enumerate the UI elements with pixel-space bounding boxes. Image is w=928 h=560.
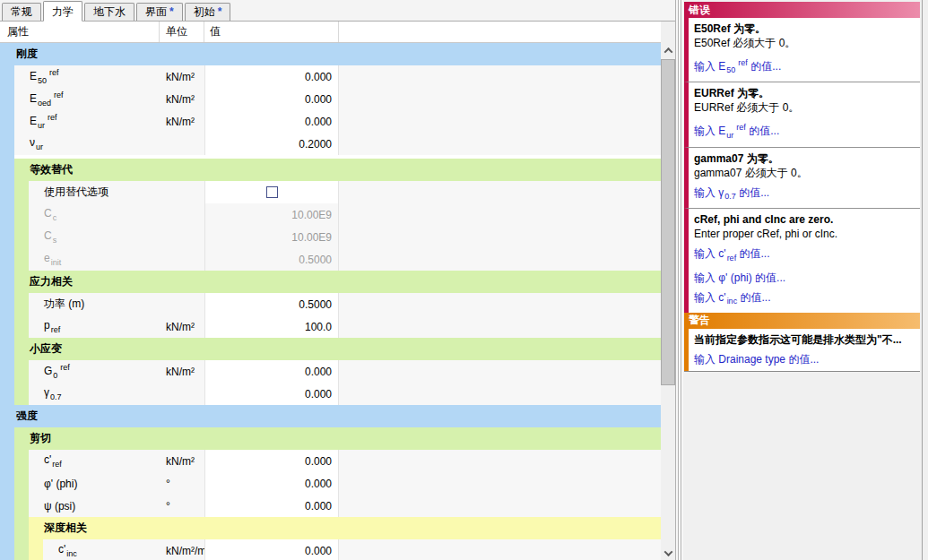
cinc-unit: kN/m²/m <box>160 539 204 560</box>
pref-value-field[interactable]: 100.0 <box>204 315 339 338</box>
error-title: EURRef 为零。 <box>694 87 915 100</box>
eoedref-label: Eoedref <box>14 88 160 110</box>
tab-initial[interactable]: 初始* <box>185 3 231 21</box>
warning-title: 当前指定参数指示这可能是排水类型为"不... <box>694 333 915 347</box>
row-nu-ur: νur 0.2000 <box>0 133 661 155</box>
chevron-up-icon <box>663 47 672 56</box>
cref-label: c'ref <box>29 450 160 472</box>
section-stress-level: 应力相关 <box>0 271 661 293</box>
pane-splitter[interactable] <box>675 0 683 560</box>
power-m-value-field[interactable]: 0.5000 <box>204 293 339 315</box>
error-item-gamma07: gamma07 为零。 gamma07 必须大于 0。 输入 γ0.7 的值..… <box>684 148 920 209</box>
property-table: 刚度 E50ref kN/m² 0.000 Eoedref kN/m² 0.00… <box>0 43 661 560</box>
eoedref-value-field[interactable]: 0.000 <box>204 88 339 110</box>
e50ref-value-field[interactable]: 0.000 <box>204 65 339 88</box>
fix-eurref-link[interactable]: 输入 Eurref 的值... <box>694 121 915 142</box>
modified-star-icon: * <box>218 5 222 18</box>
section-alternatives: 等效替代 <box>0 159 661 181</box>
power-m-label: 功率 (m) <box>29 293 160 315</box>
errors-header: 错误 <box>684 2 920 18</box>
row-phi: φ' (phi) ° 0.000 <box>0 472 661 495</box>
psi-unit: ° <box>160 495 204 517</box>
fix-phi-link[interactable]: 输入 φ' (phi) 的值... <box>694 271 915 285</box>
error-desc: EURRef 必须大于 0。 <box>694 101 915 115</box>
einit-label: einit <box>29 248 160 271</box>
fix-cinc-link[interactable]: 输入 c'inc 的值... <box>694 291 915 308</box>
cs-label: Cs <box>29 226 160 248</box>
section-stiffness: 刚度 <box>0 43 661 65</box>
row-pref: pref kN/m² 100.0 <box>0 315 661 338</box>
use-alternatives-checkbox[interactable] <box>266 186 278 198</box>
scroll-up-button[interactable] <box>661 43 675 57</box>
row-gamma07: γ0.7 0.000 <box>0 383 661 405</box>
pref-label: pref <box>29 315 160 338</box>
phi-value-field[interactable]: 0.000 <box>204 472 339 495</box>
eoedref-unit: kN/m² <box>160 88 204 110</box>
fix-cref-link[interactable]: 输入 c'ref 的值... <box>694 247 915 264</box>
error-title: gamma07 为零。 <box>694 152 915 166</box>
tab-bar: 常规 力学 地下水 界面* 初始* <box>0 0 677 22</box>
section-shear: 剪切 <box>0 427 661 450</box>
tab-mechanical[interactable]: 力学 <box>43 1 82 22</box>
row-cc: Cc 10.00E9 <box>0 203 661 226</box>
e50ref-label: E50ref <box>14 65 160 88</box>
section-shear-title: 剪切 <box>14 427 661 450</box>
row-eurref: Eurref kN/m² 0.000 <box>0 110 661 133</box>
vertical-scrollbar[interactable] <box>661 43 675 560</box>
row-power-m: 功率 (m) 0.5000 <box>0 293 661 315</box>
nu-ur-value-field[interactable]: 0.2000 <box>204 133 339 155</box>
eurref-unit: kN/m² <box>160 110 204 133</box>
section-stress-level-title: 应力相关 <box>14 271 661 293</box>
column-header-row: 属性 单位 值 <box>0 22 661 43</box>
fix-drainage-type-link[interactable]: 输入 Drainage type 的值... <box>694 353 915 366</box>
cc-label: Cc <box>29 203 160 226</box>
tab-general[interactable]: 常规 <box>2 3 41 21</box>
cinc-value-field[interactable]: 0.000 <box>204 539 339 560</box>
cref-unit: kN/m² <box>160 450 204 472</box>
gamma07-label: γ0.7 <box>29 383 160 405</box>
section-small-strain-title: 小应变 <box>14 338 661 360</box>
nu-ur-label: νur <box>14 133 160 155</box>
row-psi: ψ (psi) ° 0.000 <box>0 495 661 517</box>
error-desc: Enter proper cRef, phi or cInc. <box>694 228 915 241</box>
cref-value-field[interactable]: 0.000 <box>204 450 339 472</box>
error-desc: E50Ref 必须大于 0。 <box>694 37 915 50</box>
fix-e50ref-link[interactable]: 输入 E50ref 的值... <box>694 56 915 77</box>
gamma07-value-field[interactable]: 0.000 <box>204 383 339 405</box>
modified-star-icon: * <box>169 5 174 18</box>
g0ref-unit: kN/m² <box>160 360 204 383</box>
section-stiffness-title: 刚度 <box>0 43 661 65</box>
eurref-value-field[interactable]: 0.000 <box>204 110 339 133</box>
fix-gamma07-link[interactable]: 输入 γ0.7 的值... <box>694 186 915 203</box>
error-item-e50ref: E50Ref 为零。 E50Ref 必须大于 0。 输入 E50ref 的值..… <box>684 18 920 82</box>
section-depth-dependent-title: 深度相关 <box>29 517 661 539</box>
scroll-down-button[interactable] <box>661 546 675 560</box>
g0ref-label: G0ref <box>29 360 160 383</box>
row-einit: einit 0.5000 <box>0 248 661 271</box>
eurref-label: Eurref <box>14 110 160 133</box>
tab-groundwater[interactable]: 地下水 <box>84 3 134 21</box>
cs-value-field: 10.00E9 <box>204 226 339 248</box>
feedback-panel: 错误 E50Ref 为零。 E50Ref 必须大于 0。 输入 E50ref 的… <box>684 2 920 372</box>
psi-value-field[interactable]: 0.000 <box>204 495 339 517</box>
warnings-header: 警告 <box>684 313 920 329</box>
chevron-down-icon <box>663 547 672 556</box>
window-edge-line <box>922 0 923 560</box>
cc-value-field: 10.00E9 <box>204 203 339 226</box>
error-title: cRef, phi and cInc are zero. <box>694 213 915 227</box>
column-header-unit: 单位 <box>160 22 204 42</box>
warning-item-drainage: 当前指定参数指示这可能是排水类型为"不... 输入 Drainage type … <box>684 329 920 371</box>
row-use-alternatives: 使用替代选项 <box>0 181 661 203</box>
tab-interfaces[interactable]: 界面* <box>136 3 183 21</box>
section-depth-dependent: 深度相关 <box>0 517 661 539</box>
e50ref-unit: kN/m² <box>160 65 204 88</box>
error-title: E50Ref 为零。 <box>694 22 915 36</box>
column-header-value: 值 <box>204 22 339 42</box>
scrollbar-thumb[interactable] <box>661 59 675 385</box>
phi-unit: ° <box>160 472 204 495</box>
feedback-pane: 错误 E50Ref 为零。 E50Ref 必须大于 0。 输入 E50ref 的… <box>675 0 928 560</box>
error-desc: gamma07 必须大于 0。 <box>694 167 915 180</box>
section-alternatives-title: 等效替代 <box>14 159 661 181</box>
g0ref-value-field[interactable]: 0.000 <box>204 360 339 383</box>
error-item-eurref: EURRef 为零。 EURRef 必须大于 0。 输入 Eurref 的值..… <box>684 82 920 147</box>
